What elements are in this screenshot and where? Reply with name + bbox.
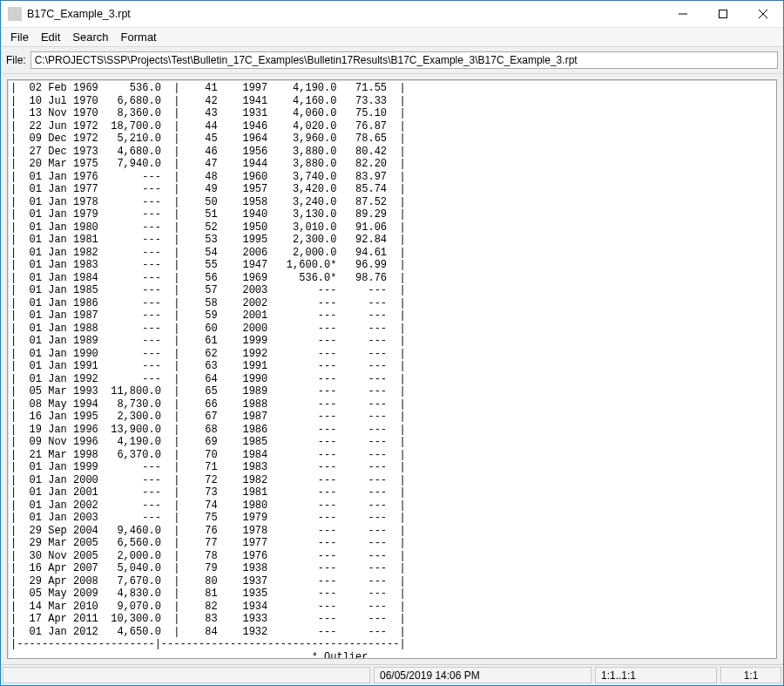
menu-search[interactable]: Search: [66, 29, 114, 45]
report-text-view[interactable]: | 02 Feb 1969 536.0 | 41 1997 4,190.0 71…: [7, 79, 777, 659]
minimize-button[interactable]: [663, 1, 703, 27]
statusbar: 06/05/2019 14:06 PM 1:1..1:1 1:1: [1, 664, 783, 685]
menu-format[interactable]: Format: [115, 29, 163, 45]
content-area: | 02 Feb 1969 536.0 | 41 1997 4,190.0 71…: [1, 74, 783, 664]
menubar: File Edit Search Format: [1, 28, 783, 47]
status-datetime: 06/05/2019 14:06 PM: [374, 667, 591, 683]
window-title: B17C_Example_3.rpt: [27, 8, 663, 20]
titlebar: B17C_Example_3.rpt: [1, 1, 783, 28]
close-button[interactable]: [743, 1, 783, 27]
menu-file[interactable]: File: [4, 29, 35, 45]
menu-edit[interactable]: Edit: [35, 29, 66, 45]
svg-rect-1: [720, 10, 727, 18]
maximize-button[interactable]: [703, 1, 743, 27]
window-controls: [663, 1, 783, 27]
status-message: [3, 667, 370, 683]
file-path-bar: File:: [1, 47, 783, 74]
status-zoom: 1:1: [720, 667, 781, 683]
app-icon: [8, 7, 22, 21]
status-linecol: 1:1..1:1: [595, 667, 717, 683]
file-label: File:: [6, 54, 26, 66]
file-path-input[interactable]: [30, 51, 778, 69]
